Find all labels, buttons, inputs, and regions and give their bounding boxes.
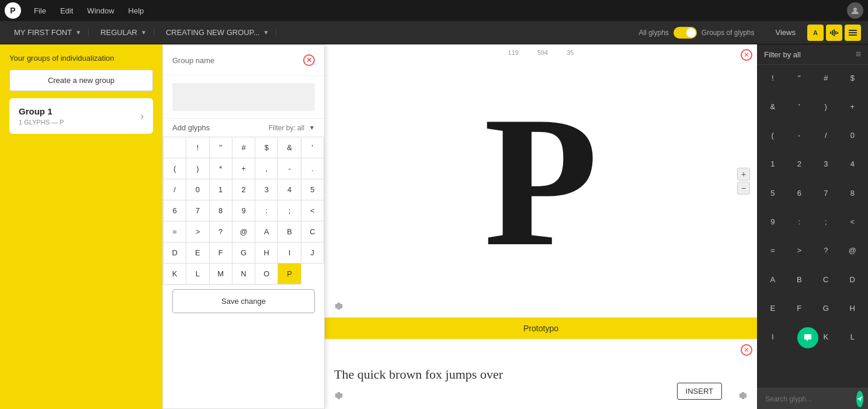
glyph-cell[interactable]: 9 bbox=[232, 200, 255, 221]
glyph-cell[interactable]: - bbox=[278, 158, 301, 179]
create-group-button[interactable]: Create a new group bbox=[9, 70, 153, 91]
glyph-cell[interactable]: 4 bbox=[278, 179, 301, 200]
preview-settings-icon[interactable] bbox=[334, 301, 343, 313]
glyph-cell[interactable]: : bbox=[255, 200, 278, 221]
right-glyph-cell[interactable]: / bbox=[813, 125, 839, 146]
waveform-icon[interactable] bbox=[826, 25, 842, 41]
glyph-cell[interactable]: & bbox=[278, 137, 301, 158]
menu-edit[interactable]: Edit bbox=[54, 4, 79, 18]
glyph-cell[interactable]: , bbox=[255, 158, 278, 179]
right-glyph-cell[interactable]: < bbox=[839, 211, 866, 232]
zoom-in-button[interactable]: + bbox=[737, 168, 750, 181]
glyph-cell[interactable]: @ bbox=[232, 221, 255, 242]
right-glyph-cell[interactable]: H bbox=[839, 297, 866, 318]
panel-dropdown-arrow[interactable]: ▼ bbox=[263, 29, 269, 36]
save-change-button[interactable]: Save change bbox=[172, 289, 315, 313]
glyph-cell[interactable]: + bbox=[232, 158, 255, 179]
glyph-cell[interactable]: ? bbox=[210, 221, 232, 242]
right-glyph-cell[interactable]: " bbox=[786, 67, 813, 88]
right-glyph-cell[interactable]: D bbox=[839, 269, 866, 290]
glyph-cell[interactable]: F bbox=[210, 242, 232, 264]
dialog-close-button[interactable]: ✕ bbox=[303, 54, 315, 66]
search-glyph-input[interactable] bbox=[765, 395, 853, 403]
views-button[interactable]: Views bbox=[769, 26, 803, 39]
right-glyph-cell[interactable]: 2 bbox=[786, 154, 813, 175]
group-card-1[interactable]: Group 1 1 GLYPHS — P › bbox=[9, 98, 153, 134]
glyph-cell[interactable]: ; bbox=[278, 200, 301, 221]
right-glyph-cell[interactable]: I bbox=[759, 327, 786, 348]
glyph-cell[interactable]: / bbox=[164, 179, 186, 200]
close-preview2-button[interactable]: ✕ bbox=[741, 344, 752, 356]
glyph-cell[interactable]: 0 bbox=[186, 179, 209, 200]
glyph-cell[interactable]: N bbox=[232, 264, 255, 285]
glyph-cell[interactable]: K bbox=[164, 264, 186, 285]
right-glyph-cell[interactable]: > bbox=[786, 240, 813, 261]
right-glyph-cell[interactable]: ) bbox=[813, 96, 839, 117]
glyph-cell[interactable]: " bbox=[210, 137, 232, 158]
glyph-view-icon[interactable]: A bbox=[807, 25, 824, 41]
right-glyph-cell[interactable]: ' bbox=[786, 96, 813, 117]
glyph-cell[interactable]: D bbox=[164, 242, 186, 264]
right-glyph-cell[interactable]: 8 bbox=[839, 182, 866, 203]
insert-button[interactable]: INSERT bbox=[677, 383, 722, 400]
font-selector[interactable]: MY FIRST FONT ▼ bbox=[7, 28, 89, 37]
right-glyph-cell[interactable]: G bbox=[813, 297, 839, 318]
style-selector[interactable]: REGULAR ▼ bbox=[93, 28, 154, 37]
right-glyph-cell[interactable]: + bbox=[839, 96, 866, 117]
glyph-toggle[interactable] bbox=[673, 27, 697, 39]
preview-bottom-settings-icon[interactable] bbox=[334, 391, 343, 400]
right-glyph-cell[interactable]: : bbox=[786, 211, 813, 232]
glyph-cell[interactable]: A bbox=[255, 221, 278, 242]
glyph-cell[interactable]: J bbox=[301, 242, 324, 264]
glyph-cell[interactable]: 5 bbox=[301, 179, 324, 200]
glyph-cell[interactable]: C bbox=[301, 221, 324, 242]
menu-icon[interactable] bbox=[845, 25, 861, 41]
app-logo[interactable]: P bbox=[5, 2, 21, 19]
glyph-cell[interactable]: > bbox=[186, 221, 209, 242]
style-dropdown-arrow[interactable]: ▼ bbox=[141, 29, 147, 36]
close-preview-button[interactable]: ✕ bbox=[741, 49, 752, 61]
menu-file[interactable]: File bbox=[28, 4, 52, 18]
glyph-cell[interactable]: E bbox=[186, 242, 209, 264]
right-glyph-cell[interactable]: ( bbox=[759, 125, 786, 146]
right-glyph-cell[interactable]: C bbox=[813, 269, 839, 290]
font-dropdown-arrow[interactable]: ▼ bbox=[75, 29, 81, 36]
glyph-cell[interactable]: M bbox=[210, 264, 232, 285]
glyph-cell[interactable]: ) bbox=[186, 158, 209, 179]
right-glyph-cell[interactable]: & bbox=[759, 96, 786, 117]
group-name-input[interactable] bbox=[172, 83, 315, 111]
glyph-cell[interactable]: 8 bbox=[210, 200, 232, 221]
right-glyph-cell[interactable]: A bbox=[759, 269, 786, 290]
glyph-cell[interactable]: < bbox=[301, 200, 324, 221]
right-glyph-cell[interactable]: - bbox=[786, 125, 813, 146]
glyph-cell[interactable] bbox=[164, 137, 186, 158]
glyph-cell[interactable]: 6 bbox=[164, 200, 186, 221]
right-glyph-cell[interactable]: 7 bbox=[813, 182, 839, 203]
filter-arrow[interactable]: ▼ bbox=[309, 124, 315, 131]
right-glyph-cell[interactable]: 1 bbox=[759, 154, 786, 175]
glyph-cell[interactable]: ! bbox=[186, 137, 209, 158]
panel-selector[interactable]: CREATING NEW GROUP... ▼ bbox=[159, 28, 277, 37]
glyph-cell[interactable]: $ bbox=[255, 137, 278, 158]
right-glyph-cell[interactable]: # bbox=[813, 67, 839, 88]
right-menu-icon[interactable]: ≡ bbox=[856, 49, 861, 60]
glyph-cell[interactable]: L bbox=[186, 264, 209, 285]
search-send-button[interactable] bbox=[856, 391, 863, 407]
right-glyph-cell[interactable]: 4 bbox=[839, 154, 866, 175]
glyph-cell[interactable]: ( bbox=[164, 158, 186, 179]
glyph-cell[interactable]: 1 bbox=[210, 179, 232, 200]
right-glyph-cell[interactable]: 9 bbox=[759, 211, 786, 232]
right-glyph-cell[interactable]: $ bbox=[839, 67, 866, 88]
glyph-cell[interactable]: = bbox=[164, 221, 186, 242]
glyph-cell[interactable]: I bbox=[278, 242, 301, 264]
zoom-out-button[interactable]: − bbox=[737, 182, 750, 195]
right-glyph-cell[interactable]: 3 bbox=[813, 154, 839, 175]
glyph-cell[interactable]: 2 bbox=[232, 179, 255, 200]
glyph-cell[interactable]: . bbox=[301, 158, 324, 179]
right-glyph-cell[interactable]: F bbox=[786, 297, 813, 318]
glyph-cell[interactable]: G bbox=[232, 242, 255, 264]
right-glyph-cell[interactable]: 0 bbox=[839, 125, 866, 146]
glyph-cell[interactable]: 7 bbox=[186, 200, 209, 221]
right-glyph-cell[interactable]: B bbox=[786, 269, 813, 290]
right-glyph-cell[interactable]: L bbox=[839, 327, 866, 348]
